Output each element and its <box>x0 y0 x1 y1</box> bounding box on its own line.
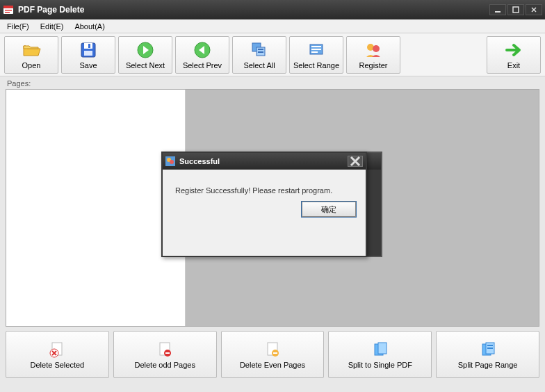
select-all-button[interactable]: Select All <box>232 36 286 74</box>
dialog-title: Successful <box>179 157 348 165</box>
save-label: Save <box>79 61 97 70</box>
svg-rect-14 <box>258 49 263 50</box>
select-next-button[interactable]: Select Next <box>118 36 172 74</box>
svg-rect-17 <box>311 46 321 47</box>
svg-point-39 <box>170 160 174 164</box>
svg-rect-26 <box>165 352 170 354</box>
select-prev-label: Select Prev <box>183 61 222 70</box>
svg-rect-34 <box>487 345 493 346</box>
open-label: Open <box>22 61 41 70</box>
close-button[interactable] <box>526 4 542 15</box>
pages-label: Pages: <box>0 76 545 89</box>
svg-point-21 <box>373 45 380 52</box>
delete-even-button[interactable]: Delete Even Pages <box>221 331 325 378</box>
toolbar: Open Save Select Next Select Prev Select… <box>0 33 545 76</box>
svg-rect-19 <box>311 51 318 53</box>
register-icon <box>364 40 383 60</box>
split-range-label: Split Page Range <box>458 361 518 369</box>
exit-button[interactable]: Exit <box>487 36 541 74</box>
exit-icon <box>504 40 523 60</box>
delete-odd-label: Delete odd Pages <box>134 361 195 369</box>
register-button[interactable]: Register <box>346 36 400 74</box>
split-range-button[interactable]: Split Page Range <box>436 331 539 378</box>
arrow-next-icon <box>136 40 155 60</box>
split-single-button[interactable]: Split to Single PDF <box>328 331 432 378</box>
svg-rect-8 <box>88 44 90 48</box>
register-label: Register <box>359 61 388 70</box>
dialog-ok-button[interactable]: 确定 <box>302 202 356 217</box>
select-all-label: Select All <box>243 61 275 70</box>
delete-even-icon <box>263 341 282 359</box>
delete-odd-button[interactable]: Delete odd Pages <box>113 331 217 378</box>
dialog-titlebar: Successful <box>163 153 366 170</box>
svg-rect-9 <box>84 51 92 56</box>
toolbar-spacer <box>403 36 484 73</box>
maximize-button[interactable] <box>507 4 524 15</box>
dialog-close-button[interactable] <box>348 156 363 167</box>
select-next-label: Select Next <box>126 61 165 70</box>
menu-file[interactable]: File(F) <box>1 21 35 32</box>
svg-rect-35 <box>487 348 493 349</box>
svg-rect-18 <box>311 49 321 50</box>
svg-rect-1 <box>3 6 13 8</box>
successful-dialog: Successful Register Successfully! Please… <box>161 152 367 257</box>
delete-selected-label: Delete Selected <box>31 361 85 369</box>
dialog-icon <box>165 156 175 166</box>
dialog-message: Register Successfully! Please restart pr… <box>163 170 366 202</box>
select-range-icon <box>307 40 326 60</box>
app-icon <box>3 4 14 15</box>
svg-rect-29 <box>273 352 277 354</box>
svg-rect-31 <box>378 343 387 354</box>
save-button[interactable]: Save <box>61 36 115 74</box>
page-preview-panel[interactable] <box>6 90 186 326</box>
svg-rect-5 <box>513 7 519 13</box>
delete-selected-icon <box>48 341 66 359</box>
select-range-label: Select Range <box>293 61 339 70</box>
svg-rect-15 <box>258 51 263 53</box>
arrow-prev-icon <box>193 40 212 60</box>
delete-selected-button[interactable]: Delete Selected <box>6 331 109 378</box>
svg-rect-2 <box>5 10 12 11</box>
svg-rect-3 <box>5 12 10 13</box>
split-single-icon <box>371 341 389 359</box>
delete-odd-icon <box>156 341 174 359</box>
save-icon <box>79 40 98 60</box>
folder-open-icon <box>22 40 41 60</box>
bottom-toolbar: Delete Selected Delete odd Pages Delete … <box>6 331 539 378</box>
window-title: PDF Page Delete <box>18 5 488 15</box>
split-single-label: Split to Single PDF <box>348 361 412 369</box>
delete-even-label: Delete Even Pages <box>240 361 305 369</box>
titlebar: PDF Page Delete <box>0 0 545 19</box>
open-button[interactable]: Open <box>4 36 58 74</box>
select-all-icon <box>250 40 269 60</box>
minimize-button[interactable] <box>489 4 506 15</box>
split-range-icon <box>479 341 497 359</box>
exit-label: Exit <box>507 61 520 70</box>
menubar: File(F) Edit(E) About(A) <box>0 19 545 33</box>
select-prev-button[interactable]: Select Prev <box>175 36 229 74</box>
menu-about[interactable]: About(A) <box>69 21 110 32</box>
svg-rect-4 <box>495 11 501 13</box>
select-range-button[interactable]: Select Range <box>289 36 343 74</box>
menu-edit[interactable]: Edit(E) <box>35 21 70 32</box>
